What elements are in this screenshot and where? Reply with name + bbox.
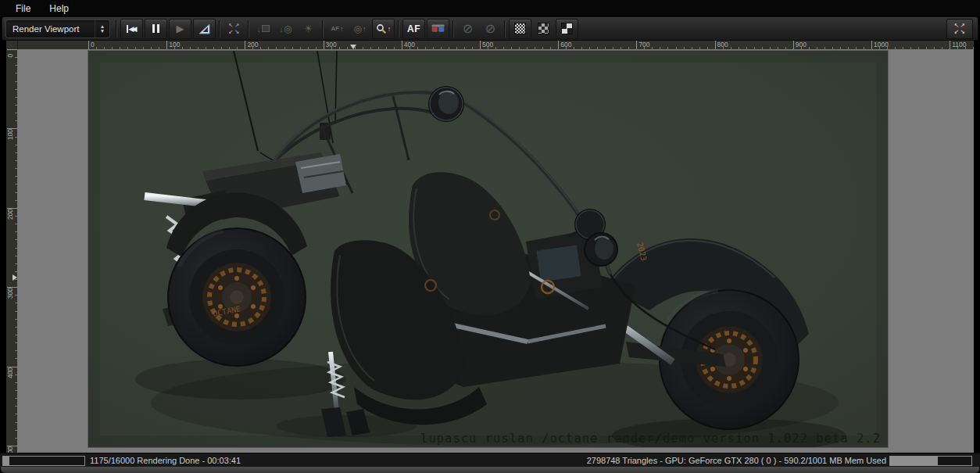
render-progress-bar	[2, 456, 85, 466]
pick-arrow-icon: ↑	[363, 25, 367, 33]
pick-arrow-icon: ↑	[388, 25, 392, 33]
af-pick-button: AF ↑	[327, 20, 348, 38]
anaglyph-stereo-button[interactable]	[427, 19, 449, 39]
sun-environment-button: ☀	[298, 20, 319, 38]
toolbar: Render Viewport ▲▼ ◀◀ ▶ ↖↗ ↙	[2, 16, 978, 41]
app-window: File Help Render Viewport ▲▼ ◀◀ ▶	[0, 0, 980, 473]
alpha-channel-button: ⊘	[480, 20, 501, 38]
spinner-arrows-icon[interactable]: ▲▼	[95, 20, 109, 38]
fullscreen-icon: ↖↗ ↙↘	[953, 23, 966, 35]
play-icon: ▶	[177, 23, 184, 34]
window-bottom-edge	[1, 467, 979, 473]
gpu-memory-bar	[889, 456, 972, 466]
status-bar: 1175/16000 Rendering Done - 00:03:41 279…	[0, 453, 980, 468]
restart-render-button[interactable]: ◀◀	[120, 19, 143, 39]
magnifier-icon	[376, 23, 387, 34]
separator	[116, 20, 117, 38]
separator	[322, 20, 324, 38]
viewport-canvas: OCTANE 2023 lupascu ruslan /octane rende…	[17, 49, 974, 453]
af-label: AF	[407, 23, 420, 34]
alpha-shadows-button: ⊘	[457, 20, 478, 38]
separator	[219, 20, 220, 38]
restart-icon	[127, 25, 128, 33]
measure-tool-button[interactable]	[193, 19, 216, 39]
separator	[504, 20, 506, 38]
resize-viewport-button[interactable]: ↖↗ ↙↘	[224, 20, 245, 38]
sun-icon: ☀	[304, 23, 313, 34]
sphere-slash-icon: ⊘	[485, 21, 495, 36]
viewport-mode-value: Render Viewport	[6, 24, 95, 34]
pause-icon	[152, 24, 155, 33]
focus-pick-button: ◎ ↑	[349, 20, 370, 38]
viewport-mode-select[interactable]: Render Viewport ▲▼	[5, 20, 110, 38]
pick-arrow-icon: ↑	[340, 25, 344, 33]
render-status-text: 1175/16000 Rendering Done - 00:03:41	[90, 456, 241, 465]
pause-render-button[interactable]	[145, 19, 167, 39]
autofocus-toggle-button[interactable]: AF	[402, 19, 425, 39]
focus-ring-icon: ◎	[354, 23, 362, 34]
pause-icon	[157, 24, 159, 33]
af-small-icon: AF	[331, 25, 339, 32]
set-square-icon	[199, 23, 210, 34]
menu-help[interactable]: Help	[41, 2, 77, 16]
checker-quad-background-button[interactable]	[556, 19, 578, 39]
3d-glasses-icon	[431, 24, 445, 33]
checker-medium-background-button[interactable]	[533, 20, 554, 38]
checkerboard-fine-icon	[514, 23, 526, 34]
material-pick-button[interactable]: ↑	[372, 19, 395, 39]
menu-bar: File Help	[0, 0, 980, 16]
checkerboard-medium-icon	[538, 23, 549, 34]
checkerboard-quad-icon	[561, 23, 573, 34]
render-image[interactable]: OCTANE 2023 lupascu ruslan /octane rende…	[88, 51, 888, 447]
separator	[248, 20, 249, 38]
checker-fine-background-button[interactable]	[509, 19, 531, 39]
vertical-ruler: 0100200300400500	[6, 41, 18, 453]
watermark-text: lupascu ruslan /octane render/demo versi…	[420, 432, 881, 446]
resize-icon: ↖↗ ↙↘	[228, 23, 241, 35]
fullscreen-button[interactable]: ↖↗ ↙↘	[946, 19, 973, 39]
rewind-icon: ◀◀	[129, 25, 138, 33]
image-doc-icon	[262, 25, 270, 32]
separator	[452, 20, 454, 38]
sphere-slash-icon: ⊘	[463, 21, 473, 36]
save-render-state-button: ↓ ◎	[275, 20, 296, 38]
disc-icon: ◎	[284, 23, 291, 34]
save-arrow-icon: ↓	[256, 24, 261, 34]
menu-file[interactable]: File	[8, 2, 38, 16]
separator	[398, 20, 399, 38]
save-image-button: ↓	[252, 20, 274, 38]
gpu-status-text: 2798748 Triangles - GPU: GeForce GTX 280…	[587, 456, 886, 465]
resume-render-button[interactable]: ▶	[169, 19, 191, 39]
